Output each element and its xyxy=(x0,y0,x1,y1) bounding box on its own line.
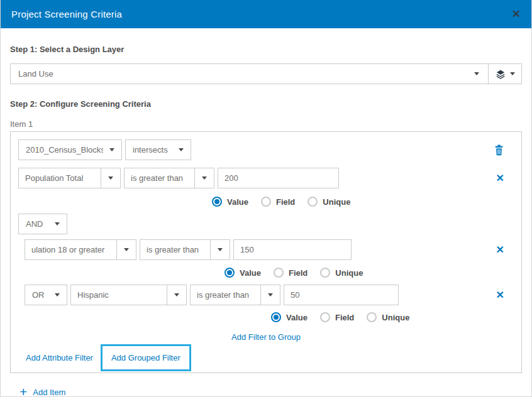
add-filter-to-group-row: Add Filter to Group xyxy=(18,331,514,342)
filter3-value-input[interactable] xyxy=(284,285,399,305)
chevron-down-icon xyxy=(55,222,60,226)
group-join-value: AND xyxy=(26,219,43,229)
item-label: Item 1 xyxy=(10,119,522,129)
filter3-operator-dropdown[interactable]: is greater than xyxy=(190,285,280,305)
radio-unselected-icon[interactable] xyxy=(274,268,284,278)
chevron-down-icon xyxy=(55,293,60,296)
attribute-filter-row-3: OR Hispanic is greater than ✕ xyxy=(18,285,514,305)
radio-selected-icon[interactable] xyxy=(271,312,281,322)
filter1-mode-radios: Value Field Unique xyxy=(212,197,514,207)
source-layer-dropdown[interactable]: 2010_Census_Blocks xyxy=(18,139,122,160)
filter3-operator-value: is greater than xyxy=(191,290,260,300)
chevron-down-icon xyxy=(474,72,479,75)
filter2-radio-value[interactable]: Value xyxy=(224,268,261,278)
step1-label: Step 1: Select a Design Layer xyxy=(10,45,522,54)
add-attribute-filter-link[interactable]: Add Attribute Filter xyxy=(26,353,93,362)
chevron-down-icon xyxy=(510,72,515,75)
source-layer-value: 2010_Census_Blocks xyxy=(26,145,103,155)
dialog-body: Step 1: Select a Design Layer Land Use S… xyxy=(1,45,531,397)
filter1-field-dropdown[interactable]: Population Total xyxy=(18,168,121,188)
filter2-radio-unique[interactable]: Unique xyxy=(320,268,363,278)
filter2-radio-field[interactable]: Field xyxy=(274,268,308,278)
radio-unselected-icon[interactable] xyxy=(261,197,271,207)
filter2-remove-icon[interactable]: ✕ xyxy=(496,245,504,255)
layer-options-button[interactable] xyxy=(488,64,521,84)
spatial-filter-row: 2010_Census_Blocks intersects xyxy=(18,139,514,160)
filter3-radio-field[interactable]: Field xyxy=(320,312,354,322)
filter1-radio-field[interactable]: Field xyxy=(261,197,295,207)
chevron-down-icon xyxy=(108,177,113,180)
chevron-down-icon xyxy=(124,248,129,251)
design-layer-dropdown[interactable]: Land Use xyxy=(11,64,488,84)
filter1-value-input[interactable] xyxy=(218,168,339,188)
design-layer-select-row: Land Use xyxy=(10,63,522,84)
filter3-mode-radios: Value Field Unique xyxy=(271,312,514,322)
radio-selected-icon[interactable] xyxy=(224,268,235,278)
filter3-radio-unique[interactable]: Unique xyxy=(367,312,409,322)
filter1-radio-value[interactable]: Value xyxy=(212,197,248,207)
add-item-label: Add Item xyxy=(33,388,65,397)
step2-label: Step 2: Configure Screening Criteria xyxy=(10,99,522,109)
radio-unselected-icon[interactable] xyxy=(320,312,330,322)
chevron-down-icon xyxy=(268,293,273,296)
radio-selected-icon[interactable] xyxy=(212,197,222,207)
filter3-radio-value[interactable]: Value xyxy=(271,312,308,322)
filter3-join-dropdown[interactable]: OR xyxy=(25,285,67,305)
filter1-operator-value: is greater than xyxy=(125,173,194,183)
filter2-operator-dropdown[interactable]: is greater than xyxy=(140,239,230,260)
radio-unselected-icon[interactable] xyxy=(308,197,318,207)
filter3-field-value: Hispanic xyxy=(71,290,167,300)
chevron-down-icon xyxy=(179,148,184,151)
layers-icon xyxy=(496,69,506,79)
attribute-filter-row-1: Population Total is greater than ✕ xyxy=(18,168,514,188)
spatial-operator-value: intersects xyxy=(133,145,168,155)
group-join-dropdown[interactable]: AND xyxy=(18,214,67,234)
filter3-field-dropdown[interactable]: Hispanic xyxy=(70,285,187,305)
dialog-title: Project Screening Criteria xyxy=(11,9,122,19)
item-panel: 2010_Census_Blocks intersects xyxy=(10,131,522,373)
trash-icon[interactable] xyxy=(494,144,504,156)
filter2-field-dropdown[interactable]: ulation 18 or greater xyxy=(25,239,136,260)
filter2-value-input[interactable] xyxy=(233,239,352,260)
add-item-button[interactable]: + Add Item xyxy=(19,386,522,397)
attribute-filter-row-2: ulation 18 or greater is greater than ✕ xyxy=(18,239,514,260)
filter2-field-value: ulation 18 or greater xyxy=(25,245,116,254)
panel-links-row: Add Attribute Filter Add Grouped Filter xyxy=(18,344,514,371)
filter3-remove-icon[interactable]: ✕ xyxy=(496,290,504,300)
group-join-row: AND xyxy=(18,214,514,234)
add-grouped-filter-highlight: Add Grouped Filter xyxy=(101,344,191,371)
project-screening-criteria-dialog: Project Screening Criteria ✕ Step 1: Sel… xyxy=(0,0,532,397)
filter1-operator-dropdown[interactable]: is greater than xyxy=(124,168,214,188)
filter2-operator-value: is greater than xyxy=(140,245,210,254)
spatial-operator-dropdown[interactable]: intersects xyxy=(125,139,191,160)
filter2-mode-radios: Value Field Unique xyxy=(224,268,514,278)
plus-icon: + xyxy=(19,386,27,397)
radio-unselected-icon[interactable] xyxy=(320,268,330,278)
chevron-down-icon xyxy=(218,248,223,251)
dialog-header: Project Screening Criteria ✕ xyxy=(1,0,531,28)
filter3-join-value: OR xyxy=(32,290,45,300)
chevron-down-icon xyxy=(202,177,207,180)
filter1-remove-icon[interactable]: ✕ xyxy=(496,173,504,183)
chevron-down-icon xyxy=(109,148,114,151)
add-filter-to-group-link[interactable]: Add Filter to Group xyxy=(231,332,301,342)
radio-unselected-icon[interactable] xyxy=(367,312,377,322)
filter1-radio-unique[interactable]: Unique xyxy=(308,197,350,207)
design-layer-value: Land Use xyxy=(18,69,474,79)
filter1-field-value: Population Total xyxy=(19,173,101,183)
close-icon[interactable]: ✕ xyxy=(512,9,521,19)
chevron-down-icon xyxy=(174,293,179,296)
add-grouped-filter-link[interactable]: Add Grouped Filter xyxy=(111,353,180,362)
